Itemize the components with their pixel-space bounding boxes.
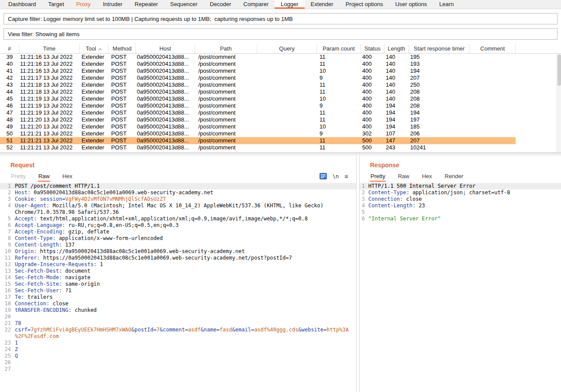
cell-path: /post/comment — [195, 88, 257, 95]
menu-tab-intruder[interactable]: Intruder — [97, 0, 129, 9]
table-row[interactable]: 4511:21:19 13 Jul 2022ExtenderPOST0a9500… — [0, 95, 516, 102]
line-number: 12 — [0, 261, 15, 268]
table-row[interactable]: 4411:21:18 13 Jul 2022ExtenderPOST0a9500… — [0, 88, 516, 95]
table-row[interactable]: 4311:21:18 13 Jul 2022ExtenderPOST0a9500… — [0, 81, 516, 88]
cell-status: 500 — [361, 151, 384, 153]
cell-comment — [470, 81, 516, 88]
code-text: Accept: text/html,application/xhtml+xml,… — [15, 216, 356, 222]
line-number: 5 — [360, 209, 368, 216]
menu-tab-dashboard[interactable]: Dashboard — [2, 0, 42, 9]
response-tab-hex[interactable]: Hex — [422, 171, 432, 182]
menu-tab-repeater[interactable]: Repeater — [129, 0, 164, 9]
table-row[interactable]: 4811:21:20 13 Jul 2022ExtenderPOST0a9500… — [0, 116, 516, 123]
table-row[interactable]: 4211:21:17 13 Jul 2022ExtenderPOST0a9500… — [0, 74, 516, 81]
menu-tab-target[interactable]: Target — [42, 0, 70, 9]
line-number: 25 — [0, 353, 15, 359]
menu-tab-user-options[interactable]: User options — [389, 0, 433, 9]
cell-host: 0a9500020413d88... — [136, 102, 195, 109]
menu-tab-sequencer[interactable]: Sequencer — [164, 0, 204, 9]
burp-window: DashboardTargetProxyIntruderRepeaterSequ… — [0, 0, 561, 392]
sort-ascending-icon — [98, 45, 102, 52]
request-editor[interactable]: 1POST /post/comment HTTP/1.12Host: 0a950… — [0, 182, 356, 392]
cell-method: POST — [109, 130, 136, 137]
code-line: 13Sec-Fetch-Dest: document — [0, 268, 356, 274]
menu-tab-project-options[interactable]: Project options — [340, 0, 389, 9]
column-header-time[interactable]: Time — [19, 44, 80, 53]
column-header-start-response-timer[interactable]: Start response timer — [409, 44, 470, 53]
cell-query — [257, 102, 317, 109]
cell-time: 11:21:16 13 Jul 2022 — [19, 68, 80, 74]
cell-param-count: 10 — [317, 95, 361, 102]
token: Referer: — [15, 255, 40, 261]
line-number: 7 — [0, 229, 15, 235]
column-label: Tool — [86, 45, 96, 52]
column-header-query[interactable]: Query — [257, 44, 317, 53]
cell-tool: Extender — [80, 144, 109, 151]
token: Origin: — [15, 248, 37, 254]
code-line: 24Z — [0, 346, 356, 353]
cell-status: 400 — [361, 95, 384, 102]
table-row[interactable]: 4011:21:16 13 Jul 2022ExtenderPOST0a9500… — [0, 61, 516, 68]
menu-tab-logger[interactable]: Logger — [275, 0, 304, 9]
code-text: tRANSFER-ENCODING: chunked — [15, 307, 356, 314]
column-header-tool[interactable]: Tool — [80, 44, 109, 53]
table-scrollbar[interactable] — [557, 54, 561, 152]
table-row[interactable]: 4611:21:19 13 Jul 2022ExtenderPOST0a9500… — [0, 102, 516, 109]
wrap-lines-icon[interactable] — [320, 173, 327, 179]
view-filter-bar[interactable]: View filter: Showing all items — [3, 28, 558, 40]
code-line: 3Cookie: session=VgFWy4D2vMfON7vMNMhjQlS… — [0, 196, 356, 203]
table-row[interactable]: 5111:21:21 13 Jul 2022ExtenderPOST0a9500… — [0, 137, 516, 144]
menu-tab-learn[interactable]: Learn — [433, 0, 460, 9]
response-tab-pretty[interactable]: Pretty — [370, 171, 386, 182]
cell-num: 43 — [0, 81, 19, 88]
cell-status: 400 — [361, 116, 384, 123]
response-tab-raw[interactable]: Raw — [398, 171, 410, 182]
cell-query — [257, 144, 317, 151]
cell-status: 400 — [361, 81, 384, 88]
table-scrollbar-thumb[interactable] — [558, 54, 561, 86]
cell-length: 194 — [384, 102, 409, 109]
table-row[interactable]: 5011:21:21 13 Jul 2022ExtenderPOST0a9500… — [0, 130, 516, 137]
menu-tab-proxy[interactable]: Proxy — [70, 0, 97, 9]
menu-tab-comparer[interactable]: Comparer — [237, 0, 275, 9]
cell-param-count: 11 — [317, 151, 361, 153]
cell-param-count: 11 — [317, 81, 361, 88]
request-tab-raw[interactable]: Raw — [38, 171, 50, 182]
token: Cookie: — [15, 196, 37, 202]
cell-time: 11:21:21 13 Jul 2022 — [19, 144, 80, 151]
table-row[interactable]: 4911:21:20 13 Jul 2022ExtenderPOST0a9500… — [0, 123, 516, 130]
column-header-status[interactable]: Status — [361, 44, 384, 53]
table-row[interactable]: 4111:21:16 13 Jul 2022ExtenderPOST0a9500… — [0, 68, 516, 74]
column-header-comment[interactable]: Comment — [470, 44, 516, 53]
capture-filter-bar[interactable]: Capture filter: Logger memory limit set … — [3, 13, 558, 24]
column-header-host[interactable]: Host — [136, 44, 195, 53]
cell-tool: Extender — [80, 109, 109, 116]
table-row[interactable]: 5311:21:22 13 Jul 2022ExtenderPOST0a9500… — [0, 151, 516, 153]
horizontal-splitter[interactable] — [0, 153, 561, 156]
code-text: Sec-Fetch-Mode: navigate — [15, 274, 356, 281]
table-row[interactable]: 5211:21:21 13 Jul 2022ExtenderPOST0a9500… — [0, 144, 516, 151]
column-header-path[interactable]: Path — [195, 44, 257, 53]
response-editor[interactable]: 1HTTP/1.1 500 Internal Server Error2Cont… — [360, 182, 561, 392]
table-row[interactable]: 4711:21:19 13 Jul 2022ExtenderPOST0a9500… — [0, 109, 516, 116]
editor-menu-icon[interactable]: ≡ — [344, 173, 348, 179]
code-text: Content-Type: application/json; charset=… — [368, 189, 561, 196]
request-tab-pretty[interactable]: Pretty — [10, 171, 26, 182]
response-tab-render[interactable]: Render — [444, 171, 464, 182]
column-header-param-count[interactable]: Param count — [317, 44, 361, 53]
cell-comment — [470, 95, 516, 102]
column-header-length[interactable]: Length — [384, 44, 409, 53]
cell-method: POST — [109, 74, 136, 81]
token: csrf= — [15, 327, 31, 333]
cell-start-response-timer: 208 — [409, 95, 470, 102]
code-text: Sec-Fetch-Dest: document — [15, 268, 356, 274]
menu-tab-extender[interactable]: Extender — [305, 0, 340, 9]
column-header-num[interactable]: # — [0, 44, 19, 53]
menu-tab-decoder[interactable]: Decoder — [204, 0, 237, 9]
table-row[interactable]: 3911:21:16 13 Jul 2022ExtenderPOST0a9500… — [0, 54, 516, 61]
cell-comment — [470, 88, 516, 95]
column-header-method[interactable]: Method — [109, 44, 136, 53]
column-label: Host — [160, 45, 171, 52]
request-tab-hex[interactable]: Hex — [62, 171, 73, 182]
show-newlines-icon[interactable]: \n — [333, 173, 339, 179]
